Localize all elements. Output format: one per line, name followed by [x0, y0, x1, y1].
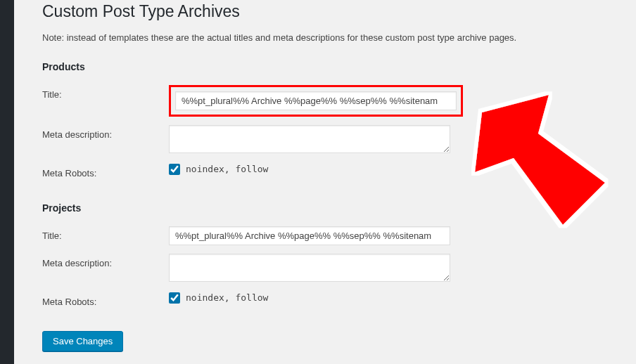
- products-meta-desc-label: Meta description:: [42, 121, 169, 160]
- products-meta-robots-wrapper[interactable]: noindex, follow: [169, 164, 601, 175]
- projects-meta-desc-label: Meta description:: [42, 249, 169, 288]
- save-changes-button[interactable]: Save Changes: [42, 331, 123, 351]
- projects-meta-robots-wrapper[interactable]: noindex, follow: [169, 292, 601, 304]
- wp-admin-sidebar: [0, 0, 14, 364]
- projects-meta-robots-text: noindex, follow: [186, 292, 268, 303]
- products-meta-robots-text: noindex, follow: [186, 164, 268, 174]
- section-heading-products: Products: [42, 61, 608, 72]
- page-title: Custom Post Type Archives: [42, 1, 608, 22]
- products-meta-robots-checkbox[interactable]: [169, 164, 180, 175]
- projects-meta-robots-label: Meta Robots:: [42, 288, 169, 316]
- products-title-label: Title:: [42, 81, 169, 121]
- projects-meta-robots-checkbox[interactable]: [169, 292, 180, 304]
- projects-title-input[interactable]: [169, 226, 450, 245]
- section-heading-projects: Projects: [42, 202, 608, 214]
- projects-title-label: Title:: [42, 222, 169, 249]
- projects-meta-desc-textarea[interactable]: [169, 254, 450, 282]
- projects-form-table: Title: Meta description: Meta Robots: no…: [42, 222, 608, 316]
- main-content: Custom Post Type Archives Note: instead …: [14, 0, 636, 364]
- highlight-box: [169, 85, 463, 117]
- products-title-input[interactable]: [175, 91, 457, 110]
- products-meta-robots-label: Meta Robots:: [42, 160, 169, 187]
- products-form-table: Title: Meta description: Meta Robots: no…: [42, 81, 608, 187]
- products-meta-desc-textarea[interactable]: [169, 125, 450, 153]
- note-text: Note: instead of templates these are the…: [42, 32, 608, 43]
